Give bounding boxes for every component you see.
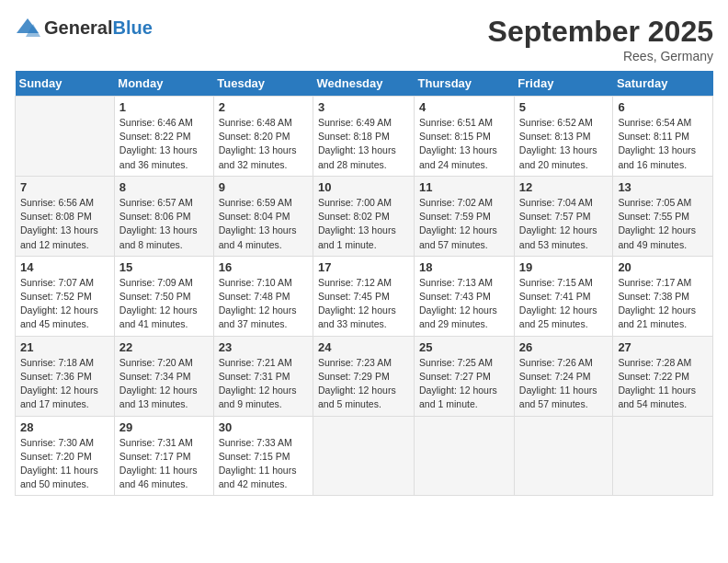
day-info: Sunrise: 6:57 AM Sunset: 8:06 PM Dayligh…	[119, 196, 209, 252]
calendar-cell: 20Sunrise: 7:17 AM Sunset: 7:38 PM Dayli…	[613, 256, 713, 336]
day-info: Sunrise: 7:10 AM Sunset: 7:48 PM Dayligh…	[219, 276, 308, 332]
day-number: 15	[119, 260, 209, 274]
weekday-header-row: SundayMondayTuesdayWednesdayThursdayFrid…	[16, 71, 713, 97]
calendar-cell: 9Sunrise: 6:59 AM Sunset: 8:04 PM Daylig…	[213, 176, 313, 256]
day-number: 27	[618, 340, 708, 354]
day-info: Sunrise: 7:21 AM Sunset: 7:31 PM Dayligh…	[219, 356, 308, 412]
day-number: 1	[119, 100, 209, 114]
page-header: GeneralBlue September 2025 Rees, Germany	[15, 15, 713, 63]
day-info: Sunrise: 7:00 AM Sunset: 8:02 PM Dayligh…	[318, 196, 409, 252]
weekday-header-wednesday: Wednesday	[313, 71, 415, 97]
day-info: Sunrise: 7:30 AM Sunset: 7:20 PM Dayligh…	[20, 436, 109, 492]
day-info: Sunrise: 6:56 AM Sunset: 8:08 PM Dayligh…	[20, 196, 109, 252]
calendar-cell: 2Sunrise: 6:48 AM Sunset: 8:20 PM Daylig…	[213, 97, 313, 177]
logo-general: GeneralBlue	[44, 17, 153, 38]
day-number: 14	[20, 260, 109, 274]
day-info: Sunrise: 7:09 AM Sunset: 7:50 PM Dayligh…	[119, 276, 209, 332]
weekday-header-sunday: Sunday	[16, 71, 115, 97]
calendar-cell: 12Sunrise: 7:04 AM Sunset: 7:57 PM Dayli…	[514, 176, 613, 256]
calendar-cell: 15Sunrise: 7:09 AM Sunset: 7:50 PM Dayli…	[114, 256, 213, 336]
calendar-cell: 22Sunrise: 7:20 AM Sunset: 7:34 PM Dayli…	[114, 336, 213, 416]
day-number: 7	[20, 180, 109, 194]
day-info: Sunrise: 7:05 AM Sunset: 7:55 PM Dayligh…	[618, 196, 708, 252]
calendar-cell	[613, 416, 713, 496]
weekday-header-thursday: Thursday	[415, 71, 515, 97]
title-block: September 2025 Rees, Germany	[488, 15, 713, 63]
week-row-1: 1Sunrise: 6:46 AM Sunset: 8:22 PM Daylig…	[16, 97, 713, 177]
week-row-4: 21Sunrise: 7:18 AM Sunset: 7:36 PM Dayli…	[16, 336, 713, 416]
weekday-header-tuesday: Tuesday	[213, 71, 313, 97]
day-number: 13	[618, 180, 708, 194]
calendar-cell	[415, 416, 515, 496]
calendar-cell	[514, 416, 613, 496]
day-number: 16	[219, 260, 308, 274]
day-info: Sunrise: 7:25 AM Sunset: 7:27 PM Dayligh…	[419, 356, 509, 412]
day-number: 4	[419, 100, 509, 114]
calendar-cell: 23Sunrise: 7:21 AM Sunset: 7:31 PM Dayli…	[213, 336, 313, 416]
day-number: 2	[219, 100, 308, 114]
weekday-header-saturday: Saturday	[613, 71, 713, 97]
calendar-table: SundayMondayTuesdayWednesdayThursdayFrid…	[15, 71, 713, 496]
day-number: 17	[318, 260, 409, 274]
weekday-header-monday: Monday	[114, 71, 213, 97]
logo: GeneralBlue	[15, 15, 153, 40]
calendar-cell	[16, 97, 115, 177]
calendar-cell: 14Sunrise: 7:07 AM Sunset: 7:52 PM Dayli…	[16, 256, 115, 336]
day-number: 24	[318, 340, 409, 354]
calendar-cell: 26Sunrise: 7:26 AM Sunset: 7:24 PM Dayli…	[514, 336, 613, 416]
day-info: Sunrise: 7:23 AM Sunset: 7:29 PM Dayligh…	[318, 356, 409, 412]
day-number: 22	[119, 340, 209, 354]
day-info: Sunrise: 6:46 AM Sunset: 8:22 PM Dayligh…	[119, 116, 209, 172]
day-info: Sunrise: 7:20 AM Sunset: 7:34 PM Dayligh…	[119, 356, 209, 412]
day-number: 21	[20, 340, 109, 354]
week-row-2: 7Sunrise: 6:56 AM Sunset: 8:08 PM Daylig…	[16, 176, 713, 256]
calendar-cell: 18Sunrise: 7:13 AM Sunset: 7:43 PM Dayli…	[415, 256, 515, 336]
day-number: 18	[419, 260, 509, 274]
calendar-cell: 1Sunrise: 6:46 AM Sunset: 8:22 PM Daylig…	[114, 97, 213, 177]
calendar-cell: 7Sunrise: 6:56 AM Sunset: 8:08 PM Daylig…	[16, 176, 115, 256]
day-info: Sunrise: 6:54 AM Sunset: 8:11 PM Dayligh…	[618, 116, 708, 172]
calendar-cell: 8Sunrise: 6:57 AM Sunset: 8:06 PM Daylig…	[114, 176, 213, 256]
day-number: 3	[318, 100, 409, 114]
weekday-header-friday: Friday	[514, 71, 613, 97]
calendar-cell: 16Sunrise: 7:10 AM Sunset: 7:48 PM Dayli…	[213, 256, 313, 336]
logo-icon	[15, 15, 40, 40]
day-info: Sunrise: 7:13 AM Sunset: 7:43 PM Dayligh…	[419, 276, 509, 332]
calendar-cell: 10Sunrise: 7:00 AM Sunset: 8:02 PM Dayli…	[313, 176, 415, 256]
day-info: Sunrise: 6:49 AM Sunset: 8:18 PM Dayligh…	[318, 116, 409, 172]
calendar-cell: 25Sunrise: 7:25 AM Sunset: 7:27 PM Dayli…	[415, 336, 515, 416]
calendar-cell: 13Sunrise: 7:05 AM Sunset: 7:55 PM Dayli…	[613, 176, 713, 256]
week-row-3: 14Sunrise: 7:07 AM Sunset: 7:52 PM Dayli…	[16, 256, 713, 336]
calendar-cell: 21Sunrise: 7:18 AM Sunset: 7:36 PM Dayli…	[16, 336, 115, 416]
day-number: 29	[119, 420, 209, 434]
day-number: 30	[219, 420, 308, 434]
day-info: Sunrise: 7:04 AM Sunset: 7:57 PM Dayligh…	[519, 196, 609, 252]
calendar-cell: 28Sunrise: 7:30 AM Sunset: 7:20 PM Dayli…	[16, 416, 115, 496]
day-info: Sunrise: 7:02 AM Sunset: 7:59 PM Dayligh…	[419, 196, 509, 252]
week-row-5: 28Sunrise: 7:30 AM Sunset: 7:20 PM Dayli…	[16, 416, 713, 496]
day-number: 12	[519, 180, 609, 194]
day-number: 8	[119, 180, 209, 194]
day-info: Sunrise: 7:18 AM Sunset: 7:36 PM Dayligh…	[20, 356, 109, 412]
calendar-cell: 19Sunrise: 7:15 AM Sunset: 7:41 PM Dayli…	[514, 256, 613, 336]
month-title: September 2025	[488, 15, 713, 49]
day-info: Sunrise: 7:07 AM Sunset: 7:52 PM Dayligh…	[20, 276, 109, 332]
calendar-cell: 4Sunrise: 6:51 AM Sunset: 8:15 PM Daylig…	[415, 97, 515, 177]
day-info: Sunrise: 6:48 AM Sunset: 8:20 PM Dayligh…	[219, 116, 308, 172]
day-info: Sunrise: 7:28 AM Sunset: 7:22 PM Dayligh…	[618, 356, 708, 412]
calendar-cell: 11Sunrise: 7:02 AM Sunset: 7:59 PM Dayli…	[415, 176, 515, 256]
day-info: Sunrise: 6:52 AM Sunset: 8:13 PM Dayligh…	[519, 116, 609, 172]
calendar-cell: 6Sunrise: 6:54 AM Sunset: 8:11 PM Daylig…	[613, 97, 713, 177]
calendar-cell: 3Sunrise: 6:49 AM Sunset: 8:18 PM Daylig…	[313, 97, 415, 177]
calendar-cell	[313, 416, 415, 496]
location: Rees, Germany	[488, 49, 713, 63]
day-number: 11	[419, 180, 509, 194]
day-number: 19	[519, 260, 609, 274]
calendar-cell: 17Sunrise: 7:12 AM Sunset: 7:45 PM Dayli…	[313, 256, 415, 336]
day-info: Sunrise: 7:26 AM Sunset: 7:24 PM Dayligh…	[519, 356, 609, 412]
day-number: 6	[618, 100, 708, 114]
day-info: Sunrise: 7:17 AM Sunset: 7:38 PM Dayligh…	[618, 276, 708, 332]
day-info: Sunrise: 7:15 AM Sunset: 7:41 PM Dayligh…	[519, 276, 609, 332]
day-number: 25	[419, 340, 509, 354]
day-number: 23	[219, 340, 308, 354]
